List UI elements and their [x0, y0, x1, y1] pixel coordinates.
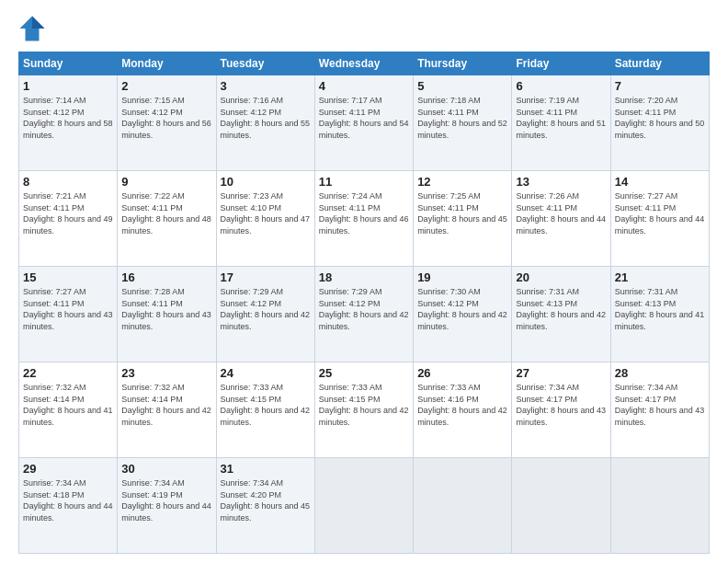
weekday-header-friday: Friday	[512, 52, 610, 75]
day-cell: 30 Sunrise: 7:34 AMSunset: 4:19 PMDaylig…	[118, 458, 216, 554]
day-info: Sunrise: 7:16 AMSunset: 4:12 PMDaylight:…	[221, 96, 311, 140]
day-cell: 29 Sunrise: 7:34 AMSunset: 4:18 PMDaylig…	[19, 458, 118, 554]
day-info: Sunrise: 7:28 AMSunset: 4:11 PMDaylight:…	[121, 287, 211, 331]
day-info: Sunrise: 7:14 AMSunset: 4:12 PMDaylight:…	[23, 96, 113, 140]
svg-marker-1	[32, 17, 45, 29]
day-cell: 19 Sunrise: 7:30 AMSunset: 4:12 PMDaylig…	[414, 267, 512, 362]
weekday-header-monday: Monday	[118, 52, 216, 75]
week-row-2: 8 Sunrise: 7:21 AMSunset: 4:11 PMDayligh…	[19, 171, 710, 267]
calendar-table: SundayMondayTuesdayWednesdayThursdayFrid…	[18, 52, 710, 554]
day-info: Sunrise: 7:19 AMSunset: 4:11 PMDaylight:…	[516, 96, 606, 140]
day-cell: 4 Sunrise: 7:17 AMSunset: 4:11 PMDayligh…	[314, 75, 413, 171]
day-number: 26	[417, 366, 507, 380]
day-cell: 18 Sunrise: 7:29 AMSunset: 4:12 PMDaylig…	[314, 267, 413, 362]
weekday-header-sunday: Sunday	[19, 52, 118, 75]
day-cell: 9 Sunrise: 7:22 AMSunset: 4:11 PMDayligh…	[118, 171, 216, 267]
day-info: Sunrise: 7:29 AMSunset: 4:12 PMDaylight:…	[319, 287, 409, 331]
day-number: 12	[417, 175, 507, 189]
logo-icon	[18, 15, 46, 42]
day-info: Sunrise: 7:21 AMSunset: 4:11 PMDaylight:…	[23, 191, 113, 236]
day-number: 4	[319, 79, 409, 93]
day-cell: 21 Sunrise: 7:31 AMSunset: 4:13 PMDaylig…	[610, 267, 709, 362]
day-cell: 16 Sunrise: 7:28 AMSunset: 4:11 PMDaylig…	[118, 267, 216, 362]
day-cell: 22 Sunrise: 7:32 AMSunset: 4:14 PMDaylig…	[19, 362, 118, 458]
day-number: 8	[23, 175, 113, 189]
day-cell	[512, 458, 610, 554]
day-number: 14	[615, 175, 705, 189]
day-number: 6	[516, 79, 606, 93]
day-info: Sunrise: 7:27 AMSunset: 4:11 PMDaylight:…	[615, 191, 705, 236]
day-cell: 17 Sunrise: 7:29 AMSunset: 4:12 PMDaylig…	[216, 267, 314, 362]
day-cell: 28 Sunrise: 7:34 AMSunset: 4:17 PMDaylig…	[610, 362, 709, 458]
week-row-3: 15 Sunrise: 7:27 AMSunset: 4:11 PMDaylig…	[19, 267, 710, 362]
day-info: Sunrise: 7:34 AMSunset: 4:18 PMDaylight:…	[23, 478, 113, 523]
day-cell	[314, 458, 413, 554]
logo	[18, 15, 50, 42]
day-info: Sunrise: 7:25 AMSunset: 4:11 PMDaylight:…	[417, 191, 507, 236]
day-cell: 11 Sunrise: 7:24 AMSunset: 4:11 PMDaylig…	[314, 171, 413, 267]
day-info: Sunrise: 7:34 AMSunset: 4:19 PMDaylight:…	[121, 478, 211, 523]
day-number: 18	[319, 270, 409, 284]
header	[18, 15, 710, 42]
weekday-header-saturday: Saturday	[610, 52, 709, 75]
day-cell: 20 Sunrise: 7:31 AMSunset: 4:13 PMDaylig…	[512, 267, 610, 362]
day-number: 25	[319, 366, 409, 380]
day-number: 5	[417, 79, 507, 93]
day-info: Sunrise: 7:34 AMSunset: 4:17 PMDaylight:…	[516, 383, 606, 427]
day-number: 11	[319, 175, 409, 189]
day-cell: 27 Sunrise: 7:34 AMSunset: 4:17 PMDaylig…	[512, 362, 610, 458]
day-info: Sunrise: 7:32 AMSunset: 4:14 PMDaylight:…	[23, 383, 113, 427]
weekday-header-thursday: Thursday	[414, 52, 512, 75]
day-number: 3	[221, 79, 311, 93]
week-row-4: 22 Sunrise: 7:32 AMSunset: 4:14 PMDaylig…	[19, 362, 710, 458]
day-cell: 8 Sunrise: 7:21 AMSunset: 4:11 PMDayligh…	[19, 171, 118, 267]
day-cell: 12 Sunrise: 7:25 AMSunset: 4:11 PMDaylig…	[414, 171, 512, 267]
day-number: 28	[615, 366, 705, 380]
day-number: 23	[121, 366, 211, 380]
weekday-header-tuesday: Tuesday	[216, 52, 314, 75]
weekday-header-wednesday: Wednesday	[314, 52, 413, 75]
day-number: 19	[417, 270, 507, 284]
day-cell: 3 Sunrise: 7:16 AMSunset: 4:12 PMDayligh…	[216, 75, 314, 171]
day-cell: 5 Sunrise: 7:18 AMSunset: 4:11 PMDayligh…	[414, 75, 512, 171]
day-cell: 15 Sunrise: 7:27 AMSunset: 4:11 PMDaylig…	[19, 267, 118, 362]
day-number: 29	[23, 462, 113, 476]
day-cell: 14 Sunrise: 7:27 AMSunset: 4:11 PMDaylig…	[610, 171, 709, 267]
calendar-body: 1 Sunrise: 7:14 AMSunset: 4:12 PMDayligh…	[19, 75, 710, 554]
day-cell: 7 Sunrise: 7:20 AMSunset: 4:11 PMDayligh…	[610, 75, 709, 171]
day-number: 31	[221, 462, 311, 476]
day-info: Sunrise: 7:30 AMSunset: 4:12 PMDaylight:…	[417, 287, 507, 331]
day-number: 15	[23, 270, 113, 284]
day-cell: 24 Sunrise: 7:33 AMSunset: 4:15 PMDaylig…	[216, 362, 314, 458]
day-info: Sunrise: 7:23 AMSunset: 4:10 PMDaylight:…	[221, 191, 311, 236]
day-number: 20	[516, 270, 606, 284]
day-cell: 23 Sunrise: 7:32 AMSunset: 4:14 PMDaylig…	[118, 362, 216, 458]
day-info: Sunrise: 7:33 AMSunset: 4:15 PMDaylight:…	[221, 383, 311, 427]
day-cell: 1 Sunrise: 7:14 AMSunset: 4:12 PMDayligh…	[19, 75, 118, 171]
calendar-header: SundayMondayTuesdayWednesdayThursdayFrid…	[19, 52, 710, 75]
day-number: 22	[23, 366, 113, 380]
day-cell: 6 Sunrise: 7:19 AMSunset: 4:11 PMDayligh…	[512, 75, 610, 171]
day-number: 21	[615, 270, 705, 284]
day-info: Sunrise: 7:34 AMSunset: 4:20 PMDaylight:…	[221, 478, 311, 523]
day-info: Sunrise: 7:33 AMSunset: 4:16 PMDaylight:…	[417, 383, 507, 427]
day-info: Sunrise: 7:24 AMSunset: 4:11 PMDaylight:…	[319, 191, 409, 236]
day-cell	[414, 458, 512, 554]
weekday-row: SundayMondayTuesdayWednesdayThursdayFrid…	[19, 52, 710, 75]
day-cell: 13 Sunrise: 7:26 AMSunset: 4:11 PMDaylig…	[512, 171, 610, 267]
day-number: 16	[121, 270, 211, 284]
day-cell: 26 Sunrise: 7:33 AMSunset: 4:16 PMDaylig…	[414, 362, 512, 458]
day-cell: 31 Sunrise: 7:34 AMSunset: 4:20 PMDaylig…	[216, 458, 314, 554]
day-cell: 10 Sunrise: 7:23 AMSunset: 4:10 PMDaylig…	[216, 171, 314, 267]
day-number: 9	[121, 175, 211, 189]
day-info: Sunrise: 7:17 AMSunset: 4:11 PMDaylight:…	[319, 96, 409, 140]
day-number: 27	[516, 366, 606, 380]
day-cell: 2 Sunrise: 7:15 AMSunset: 4:12 PMDayligh…	[118, 75, 216, 171]
day-info: Sunrise: 7:33 AMSunset: 4:15 PMDaylight:…	[319, 383, 409, 427]
day-cell: 25 Sunrise: 7:33 AMSunset: 4:15 PMDaylig…	[314, 362, 413, 458]
day-info: Sunrise: 7:27 AMSunset: 4:11 PMDaylight:…	[23, 287, 113, 331]
day-number: 24	[221, 366, 311, 380]
week-row-5: 29 Sunrise: 7:34 AMSunset: 4:18 PMDaylig…	[19, 458, 710, 554]
page: SundayMondayTuesdayWednesdayThursdayFrid…	[0, 0, 728, 563]
day-info: Sunrise: 7:34 AMSunset: 4:17 PMDaylight:…	[615, 383, 705, 427]
